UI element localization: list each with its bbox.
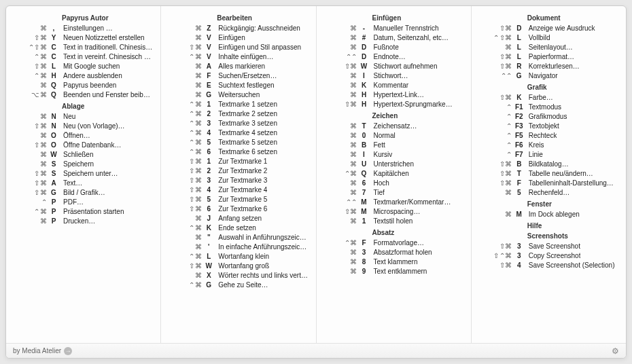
shortcut-row[interactable]: ⌘DFußnote bbox=[319, 43, 464, 52]
shortcut-row[interactable]: ⇧⌘NNeu (von Vorlage)… bbox=[9, 122, 154, 131]
shortcut-row[interactable]: ⇧⌃⌘3Copy Screenshot bbox=[474, 251, 619, 261]
shortcut-row[interactable]: ⌘PDrucken… bbox=[9, 217, 154, 226]
shortcut-row[interactable]: ⌃⌘5Textmarke 5 setzen bbox=[164, 138, 309, 147]
shortcut-row[interactable]: ⇧⌘FTabelleninhalt-Darstellung… bbox=[474, 179, 619, 188]
shortcut-row[interactable]: ⌘QPapyrus beenden bbox=[9, 81, 154, 90]
shortcut-row[interactable]: ⌘NNeu bbox=[9, 112, 154, 122]
gear-icon[interactable]: ⚙ bbox=[612, 346, 619, 356]
shortcut-row[interactable]: ⇧⌘GBild / Grafik… bbox=[9, 188, 154, 198]
shortcut-row[interactable]: ⌘BFett bbox=[319, 141, 464, 150]
shortcut-row[interactable]: ⌃PPDF… bbox=[9, 198, 154, 207]
shortcut-row[interactable]: ⇧⌘HHypertext-Sprungmarke… bbox=[319, 100, 464, 109]
shortcut-row[interactable]: ⌘VEinfügen bbox=[164, 33, 309, 43]
shortcut-row[interactable]: ⇧⌘LPapierformat… bbox=[474, 52, 619, 62]
shortcut-row[interactable]: ⇧⌘OÖffne Datenbank… bbox=[9, 141, 154, 150]
shortcut-row[interactable]: ⇧⌘6Zur Textmarke 6 bbox=[164, 204, 309, 214]
shortcut-row[interactable]: ⌃F6Kreis bbox=[474, 141, 619, 150]
shortcut-row[interactable]: ⌘,Einstellungen … bbox=[9, 24, 154, 33]
shortcut-row[interactable]: ⌃⌘4Textmarke 4 setzen bbox=[164, 128, 309, 138]
shortcut-row[interactable]: ⇧⌘DAnzeige wie Ausdruck bbox=[474, 24, 619, 33]
shortcut-row[interactable]: ⌘ZRückgängig: Ausschneiden bbox=[164, 24, 309, 33]
shortcut-row[interactable]: ⇧⌘2Zur Textmarke 2 bbox=[164, 166, 309, 176]
shortcut-row[interactable]: ⌃⌘PPräsentation starten bbox=[9, 207, 154, 217]
shortcut-row[interactable]: ⌘ESuchtext festlegen bbox=[164, 81, 309, 90]
shortcut-row[interactable]: ⇧⌘AText… bbox=[9, 179, 154, 188]
shortcut-row[interactable]: ⌃F2Grafikmodus bbox=[474, 112, 619, 122]
shortcut-row[interactable]: ⌃⌃MTextmarker/Kommentar… bbox=[319, 198, 464, 207]
shortcut-row[interactable]: ⌘9Text entklammern bbox=[319, 267, 464, 276]
shortcut-row[interactable]: ⇧⌘3Zur Textmarke 3 bbox=[164, 176, 309, 185]
shortcut-row[interactable]: ⌘"Auswahl in Anführungszeichen setzen bbox=[164, 233, 309, 242]
shortcut-row[interactable]: ⌘7Tief bbox=[319, 188, 464, 198]
shortcut-row[interactable]: ⇧⌘BBildkatalog… bbox=[474, 160, 619, 169]
shortcut-row[interactable]: ⌃⌘KEnde setzen bbox=[164, 223, 309, 233]
shortcut-row[interactable]: ⌃⌘2Textmarke 2 setzen bbox=[164, 109, 309, 119]
shortcut-row[interactable]: ⌃⌘3Textmarke 3 setzen bbox=[164, 119, 309, 128]
shortcut-row[interactable]: ⇧⌘3Save Screenshot bbox=[474, 242, 619, 251]
shortcut-row[interactable]: ⌘3Absatzformat holen bbox=[319, 248, 464, 257]
shortcut-row[interactable]: ⇧⌘4Zur Textmarke 4 bbox=[164, 185, 309, 195]
shortcut-row[interactable]: ⌃⌘HAndere ausblenden bbox=[9, 71, 154, 81]
shortcut-row[interactable]: ⇧⌘4Save Screenshot (Selection) bbox=[474, 261, 619, 270]
shortcut-row[interactable]: ⌃⌘6Textmarke 6 setzen bbox=[164, 147, 309, 157]
shortcut-row[interactable]: ⇧⌘WWortanfang groß bbox=[164, 261, 309, 271]
shortcut-row[interactable]: ⌃F7Linie bbox=[474, 150, 619, 160]
shortcut-row[interactable]: ⌃⌘FFormatvorlage… bbox=[319, 238, 464, 248]
shortcut-row[interactable]: ⌘GWeitersuchen bbox=[164, 90, 309, 100]
shortcut-key: G bbox=[202, 280, 215, 290]
shortcut-row[interactable]: ⌥⌘QBeenden und Fenster beibehalten bbox=[9, 90, 154, 100]
shortcut-row[interactable]: ⌃F5Rechteck bbox=[474, 131, 619, 141]
shortcut-row[interactable]: ⌘5Rechenfeld… bbox=[474, 188, 619, 198]
shortcut-row[interactable]: ⇧⌘YNeuen Notizzettel erstellen bbox=[9, 33, 154, 43]
shortcut-row[interactable]: ⇧⌘5Zur Textmarke 5 bbox=[164, 195, 309, 204]
shortcut-row[interactable]: ⌘OÖffnen… bbox=[9, 131, 154, 141]
shortcut-row[interactable]: ⌘WSchließen bbox=[9, 150, 154, 160]
shortcut-row[interactable]: ⌃⌘1Textmarke 1 setzen bbox=[164, 100, 309, 109]
shortcut-row[interactable]: ⇧⌘TTabelle neu/ändern… bbox=[474, 169, 619, 179]
shortcut-row[interactable]: ⇧⌘WStichwort aufnehmen bbox=[319, 62, 464, 71]
shortcut-row[interactable]: ⌘1Textstil holen bbox=[319, 217, 464, 226]
shortcut-row[interactable]: ⌘MIm Dock ablegen bbox=[474, 210, 619, 219]
shortcut-row[interactable]: ⌃⌘CText in vereinf. Chinesisch konvertie… bbox=[9, 52, 154, 62]
shortcut-row[interactable]: ⌘#Datum, Seitenzahl, etc… bbox=[319, 33, 464, 43]
shortcut-row[interactable]: ⌃⌃GNavigator bbox=[474, 71, 619, 81]
shortcut-row[interactable]: ⌘FSuchen/Ersetzen… bbox=[164, 71, 309, 81]
shortcut-row[interactable]: ⌘HHypertext-Link… bbox=[319, 90, 464, 100]
shortcut-row[interactable]: ⌘KKommentar bbox=[319, 81, 464, 90]
shortcut-row[interactable]: ⌃⇧⌘LVollbild bbox=[474, 33, 619, 43]
shortcut-row[interactable]: ⇧⌘SSpeichern unter… bbox=[9, 169, 154, 179]
shortcut-row[interactable]: ⌃⇧⌘CText in traditionell. Chinesisch kon… bbox=[9, 43, 154, 52]
shortcut-modifiers: ⌘ bbox=[474, 188, 512, 198]
shortcut-row[interactable]: ⌃⌘QKapitälchen bbox=[319, 169, 464, 179]
shortcut-row[interactable]: ⌃⌘VInhalte einfügen… bbox=[164, 52, 309, 62]
shortcut-row[interactable]: ⌘AAlles markieren bbox=[164, 62, 309, 71]
shortcut-row[interactable]: ⌘-Manueller Trennstrich bbox=[319, 24, 464, 33]
shortcut-row[interactable]: ⇧⌘LMit Google suchen bbox=[9, 62, 154, 71]
shortcut-row[interactable]: ⌘UUnterstrichen bbox=[319, 160, 464, 169]
shortcut-label: Textmarke 4 setzen bbox=[215, 128, 277, 138]
shortcut-row[interactable]: ⌘JAnfang setzen bbox=[164, 214, 309, 223]
shortcut-row[interactable]: ⌃⌘GGehe zu Seite… bbox=[164, 280, 309, 290]
shortcut-row[interactable]: ⇧⌘MMicrospacing… bbox=[319, 207, 464, 217]
shortcut-row[interactable]: ⌘0Normal bbox=[319, 131, 464, 141]
shortcut-row[interactable]: ⌘IStichwort… bbox=[319, 71, 464, 81]
shortcut-row[interactable]: ⌃F1Textmodus bbox=[474, 103, 619, 112]
shortcut-row[interactable]: ⌘TZeichensatz… bbox=[319, 122, 464, 131]
shortcut-row[interactable]: ⌘'In einfache Anführungszeichen setzen bbox=[164, 242, 309, 252]
shortcut-row[interactable]: ⌘XWörter rechts und links vertauschen bbox=[164, 271, 309, 280]
shortcut-row[interactable]: ⇧⌘KFarbe… bbox=[474, 93, 619, 103]
shortcut-row[interactable]: ⌃⌃DEndnote… bbox=[319, 52, 464, 62]
shortcut-row[interactable]: ⌘6Hoch bbox=[319, 179, 464, 188]
shortcut-row[interactable]: ⌘LSeitenlayout… bbox=[474, 43, 619, 52]
shortcut-row[interactable]: ⌘SSpeichern bbox=[9, 160, 154, 169]
arrow-right-icon[interactable]: → bbox=[64, 347, 72, 355]
shortcut-label: Copy Screenshot bbox=[526, 251, 581, 261]
shortcut-row[interactable]: ⇧⌘RKorrekturlesen… bbox=[474, 62, 619, 71]
shortcut-row[interactable]: ⌘8Text klammern bbox=[319, 257, 464, 267]
shortcut-row[interactable]: ⌃⌘LWortanfang klein bbox=[164, 252, 309, 261]
shortcut-modifiers: ⇧⌘ bbox=[9, 179, 47, 188]
shortcut-row[interactable]: ⌃F3Textobjekt bbox=[474, 122, 619, 131]
shortcut-row[interactable]: ⇧⌘VEinfügen und Stil anpassen bbox=[164, 43, 309, 52]
shortcut-row[interactable]: ⌘IKursiv bbox=[319, 150, 464, 160]
shortcut-row[interactable]: ⇧⌘1Zur Textmarke 1 bbox=[164, 157, 309, 166]
